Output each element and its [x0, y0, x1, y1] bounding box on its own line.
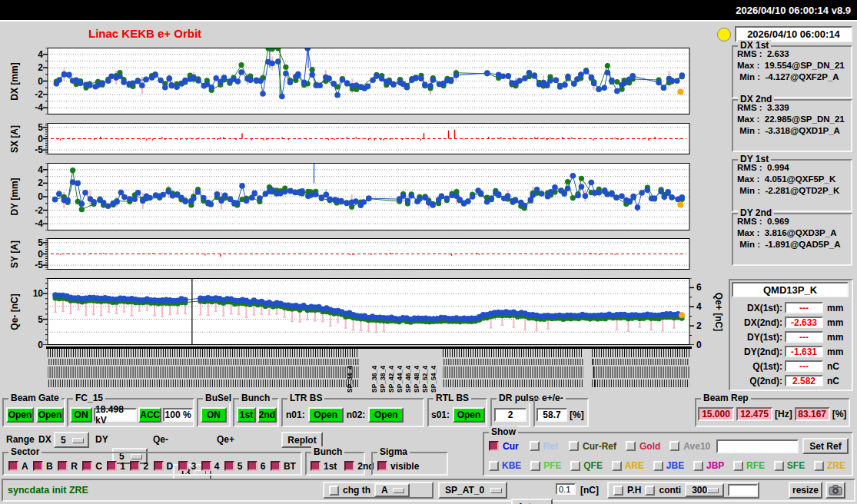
- window-titlebar: 2026/04/10 06:00:14 v8.9: [0, 0, 857, 20]
- show-kbe-checkbox[interactable]: [489, 461, 499, 471]
- bunch-group: Bunch 1st 2nd: [233, 398, 279, 427]
- show-qfe-checkbox[interactable]: [570, 461, 580, 471]
- titlebar-clock: 2026/04/10 06:00:14 v8.9: [736, 5, 851, 16]
- dx-orbit-plot: DX [mm]420-2-4: [0, 48, 722, 114]
- fc15-acc-button[interactable]: ACC: [138, 407, 161, 423]
- chg-th-checkbox[interactable]: [329, 486, 339, 496]
- beam-gate-open-button-2[interactable]: Open: [36, 407, 64, 423]
- charge-plot: Qe- [nC]10506420Qe+ [nC]: [0, 278, 722, 345]
- range-dx-combo[interactable]: 5: [54, 432, 89, 448]
- status-lamp-icon: [717, 28, 731, 41]
- sector-group: Sector A B R C 1 2 D 3 4 5 6 BT: [2, 452, 302, 476]
- ltr-n01-open-button[interactable]: Open: [308, 407, 344, 423]
- rtl-s01-open-button[interactable]: Open: [453, 407, 485, 423]
- sector-checkbox-c[interactable]: [82, 461, 92, 471]
- interval-combo[interactable]: 300: [685, 483, 724, 497]
- conti-checkbox[interactable]: [645, 486, 655, 496]
- beam-rep-value-2: 12.475: [736, 407, 772, 421]
- resize-button[interactable]: resize: [789, 482, 822, 499]
- show-sfe-checkbox[interactable]: [774, 461, 784, 471]
- sector-checkbox-a[interactable]: [8, 461, 18, 471]
- chg-th-combo[interactable]: A: [374, 483, 410, 497]
- show-gold-checkbox[interactable]: [626, 441, 636, 451]
- threshold-field[interactable]: 0.1: [556, 483, 576, 495]
- show-jbp-checkbox[interactable]: [693, 461, 703, 471]
- qmd-value: ---: [785, 360, 823, 372]
- fc15-on-button[interactable]: ON: [70, 407, 92, 423]
- sector-checkbox-4[interactable]: [201, 461, 211, 471]
- show-ave10-checkbox[interactable]: [669, 441, 679, 451]
- dx-1st-stats: DX 1st RMS : 2.633 Max : 19.554@SP_DN_21…: [732, 45, 852, 98]
- bunch-select-combo[interactable]: 1st: [511, 499, 553, 504]
- count-field[interactable]: [728, 484, 758, 496]
- stat-row: Min : -2.281@QTD2P_K: [733, 184, 851, 195]
- qmd-monitor-panel: QMD13P_K DX(1st): --- mm DX(2nd): -2.633…: [729, 279, 853, 391]
- bunch-2nd-button[interactable]: 2nd: [257, 407, 277, 423]
- sector-checkbox-3[interactable]: [178, 461, 188, 471]
- show-cur-ref-checkbox[interactable]: [569, 441, 579, 451]
- dr-pulse-field[interactable]: 2: [494, 408, 526, 422]
- qmd-value: ---: [785, 302, 823, 313]
- epe-ratio-field[interactable]: 58.7: [536, 408, 567, 422]
- show-pfe-checkbox[interactable]: [530, 461, 540, 471]
- range-qem-label: Qe-: [153, 434, 168, 445]
- bunch-1st-button[interactable]: 1st: [237, 407, 256, 423]
- sector-checkbox-d[interactable]: [154, 461, 164, 471]
- qmd-value: -1.631: [785, 346, 823, 357]
- n02-label: n02:: [347, 410, 366, 420]
- set-ref-button[interactable]: Set Ref: [802, 438, 849, 454]
- sp-select-combo[interactable]: SP_AT_0: [438, 482, 507, 499]
- busel-on-button[interactable]: ON: [201, 407, 227, 423]
- kekb-orbit-window: 2026/04/10 06:00:14 v8.9 Linac KEKB e+ O…: [0, 0, 857, 504]
- show-ref-checkbox[interactable]: [530, 441, 540, 451]
- fc15-kv-field[interactable]: 18.498 kV: [94, 408, 137, 422]
- hz-unit-label: [Hz]: [775, 409, 792, 419]
- qmd-row: Q(1st): --- nC: [732, 359, 852, 373]
- sector-checkbox-2[interactable]: [130, 461, 140, 471]
- stat-row: Min : -1.891@QAD5P_A: [733, 237, 851, 249]
- camera-icon: [829, 485, 842, 496]
- ref-name-input[interactable]: [716, 439, 799, 453]
- bunch-select-group: Bunch 1st 2nd: [305, 452, 365, 476]
- range-dx-label: DX: [38, 434, 51, 445]
- busel-group: BuSel ON: [197, 398, 231, 427]
- stat-row: Min : -4.127@QXF2P_A: [733, 70, 851, 81]
- percent-unit-label: [%]: [832, 409, 847, 419]
- replot-button[interactable]: Replot: [281, 432, 323, 448]
- qmd-row: DX(2nd): -2.633 mm: [732, 315, 852, 330]
- show-cur-checkbox[interactable]: [489, 441, 499, 451]
- ph-checkbox[interactable]: [613, 486, 623, 496]
- ltr-n02-open-button[interactable]: Open: [368, 407, 404, 423]
- dx-2nd-stats: DX 2nd RMS : 3.339 Max : 22.985@SP_DN_21…: [732, 99, 852, 152]
- show-are-checkbox[interactable]: [612, 461, 622, 471]
- sector-checkbox-6[interactable]: [247, 461, 257, 471]
- sector-checkbox-bt[interactable]: [271, 461, 281, 471]
- qmd-value: ---: [785, 331, 823, 343]
- qmd-row: DY(2nd): -1.631 mm: [732, 344, 852, 359]
- sigma-visible-checkbox[interactable]: [377, 461, 387, 471]
- snapshot-button[interactable]: [825, 482, 845, 499]
- qmd-row: DY(1st): --- mm: [732, 330, 852, 344]
- bunch-2nd-checkbox[interactable]: [344, 461, 354, 471]
- beam-rep-group: Beam Rep 15.000 12.475 [Hz] 83.167 [%]: [695, 398, 850, 427]
- qmd-value: -2.633: [785, 317, 823, 328]
- show-jbe-checkbox[interactable]: [653, 461, 663, 471]
- status-message: syncdata init ZRE: [8, 485, 88, 496]
- qmd-monitor-name: QMD13P_K: [732, 282, 849, 297]
- show-rfe-checkbox[interactable]: [733, 461, 743, 471]
- sector-checkbox-5[interactable]: [224, 461, 234, 471]
- bunch-1st-checkbox[interactable]: [311, 461, 321, 471]
- sector-checkbox-1[interactable]: [107, 461, 117, 471]
- beam-gate-group: Beam Gate Open Open: [2, 398, 65, 427]
- fc15-percent-field[interactable]: 100 %: [163, 408, 193, 422]
- beam-gate-open-button-1[interactable]: Open: [6, 407, 34, 423]
- sector-checkbox-b[interactable]: [33, 461, 43, 471]
- sector-checkbox-r[interactable]: [58, 461, 68, 471]
- sx-steering-plot: SX [A]50-5: [0, 123, 722, 154]
- beam-rep-value-3: 83.167: [795, 407, 830, 421]
- show-zre-checkbox[interactable]: [814, 461, 824, 471]
- nc-unit-label: [nC]: [580, 485, 599, 496]
- bpm-name-axis-labels: SP_34_4SP_36_4SP_38_4SP_42_4SP_44_4SP_46…: [48, 349, 689, 393]
- qmd-row: DX(1st): --- mm: [732, 300, 852, 315]
- range-qep-label: Qe+: [217, 434, 234, 445]
